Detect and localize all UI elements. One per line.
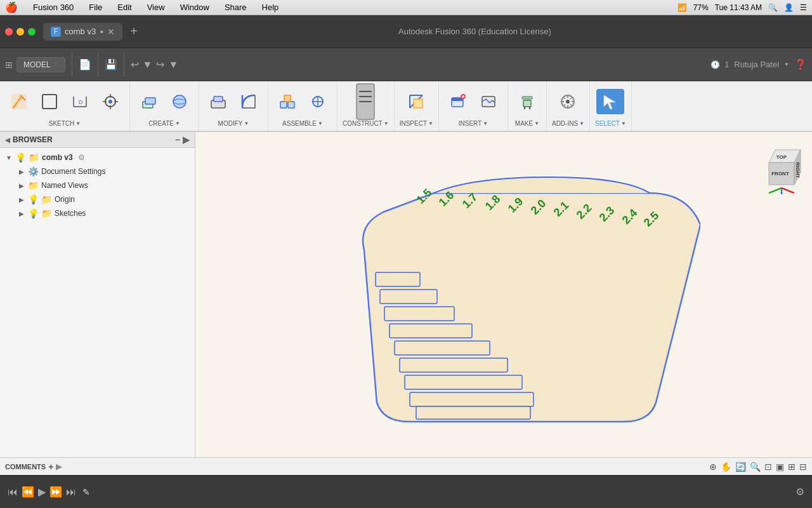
ribbon-group-modify: MODIFY ▼ [199,81,268,131]
addins-button[interactable] [554,89,582,114]
construct-button[interactable] [351,89,379,114]
file-new-icon[interactable]: 📄 [79,58,91,70]
assemble2-button[interactable] [304,89,332,114]
modify-press-button[interactable] [204,89,232,114]
named-views-arrow: ▶ [18,182,25,189]
timeline-last-button[interactable]: ⏭ [66,486,76,498]
undo-icon[interactable]: ↩ [131,58,139,70]
sketch-dimension-button[interactable]: D [66,89,94,114]
insert-decal-button[interactable] [475,89,502,114]
create-extrude-button[interactable] [135,89,163,114]
snap-icon[interactable]: ⊟ [799,462,807,472]
sketch-chevron: ▼ [75,121,81,126]
user-name[interactable]: Rutuja Patel [734,60,779,69]
menu-view[interactable]: View [145,1,167,13]
tree-named-views[interactable]: ▶ 📁 Named Views [0,178,195,192]
pan-icon[interactable]: ✋ [721,462,731,472]
svg-rect-39 [523,100,531,107]
sketch-create-button[interactable] [5,89,33,114]
assemble-button[interactable] [273,89,301,114]
grid-icon[interactable]: ⊞ [5,60,13,70]
grid-display-icon[interactable]: ⊞ [788,462,796,472]
notification-icon[interactable]: ☰ [800,3,807,12]
create-extrude-icon [139,91,159,112]
sketch-project-button[interactable] [96,89,124,114]
select-button[interactable] [596,89,624,114]
redo-dropdown[interactable]: ▼ [168,59,178,70]
minimize-button[interactable] [16,28,24,36]
menu-share[interactable]: Share [222,1,249,13]
apple-menu[interactable]: 🍎 [5,1,18,13]
modify-chevron: ▼ [244,121,249,126]
svg-rect-45 [376,272,420,286]
save-icon[interactable]: 💾 [105,58,117,70]
make-chevron: ▼ [534,121,539,126]
menu-fusion[interactable]: Fusion 360 [30,1,76,13]
comments-collapse-icon[interactable]: ▶ [56,462,62,471]
redo-icon[interactable]: ↪ [156,58,164,70]
sketch-label: SKETCH ▼ [49,120,81,127]
zoom-fit-icon[interactable]: ⊡ [764,462,772,472]
menu-edit[interactable]: Edit [115,1,134,13]
svg-rect-49 [395,341,490,355]
timeline-settings-icon[interactable]: ⚙ [796,486,804,498]
orbit-icon[interactable]: 🔄 [735,462,746,472]
insert-canvas-button[interactable] [444,89,472,114]
help-icon[interactable]: ❓ [794,58,807,70]
create-sphere-button[interactable] [166,89,193,114]
browser-collapse-left[interactable]: ◀ [5,137,10,144]
timeline-prev-button[interactable]: ⏪ [22,486,34,498]
model-canvas: 1.5 1.6 1.7 1.8 1.9 2.0 2.1 2.2 2.3 2.4 … [195,132,812,457]
wifi-status: 📶 [678,3,687,12]
ribbon-group-make: MAKE ▼ [508,81,547,131]
insert-decal-icon [478,91,499,112]
menu-help[interactable]: Help [259,1,282,13]
browser-collapse-right[interactable]: ▶ [183,135,190,145]
close-button[interactable] [5,28,13,36]
modify-label: MODIFY ▼ [218,120,249,127]
timeline-edit-icon[interactable]: ✎ [82,487,90,497]
root-settings-icon[interactable]: ⚙ [78,153,85,162]
modify-fillet-icon [239,91,259,112]
user-profile[interactable]: 🔍 [768,3,778,12]
menu-file[interactable]: File [86,1,105,13]
user-icon[interactable]: 👤 [784,3,794,12]
svg-rect-52 [410,392,534,406]
active-tab[interactable]: F comb v3 ● ✕ [43,23,122,41]
inspect-button[interactable] [402,89,430,114]
menubar-right: 📶 77% Tue 11:43 AM 🔍 👤 ☰ [678,3,807,12]
addins-icons [554,85,582,117]
undo-dropdown[interactable]: ▼ [143,59,153,70]
tab-icon: F [51,27,61,37]
inspect-label: INSPECT ▼ [400,120,433,127]
modify-fillet-button[interactable] [235,89,263,114]
zoom-in-icon[interactable]: 🔍 [750,462,761,472]
addins-label: ADD-INS ▼ [552,120,584,127]
origin-light-icon: 💡 [28,194,39,204]
browser-minus-icon[interactable]: − [175,135,180,145]
tree-sketches[interactable]: ▶ 💡 📁 Sketches [0,206,195,220]
move-icon[interactable]: ⊕ [709,462,717,472]
tree-document-settings[interactable]: ▶ ⚙️ Document Settings [0,164,195,178]
menu-window[interactable]: Window [178,1,212,13]
new-tab-button[interactable]: + [130,24,138,39]
svg-rect-51 [405,375,522,389]
make-button[interactable] [513,89,541,114]
tab-indicator: ● [100,28,103,35]
display-mode-icon[interactable]: ▣ [776,462,784,472]
timeline-play-button[interactable]: ▶ [38,486,46,498]
viewcube[interactable]: TOP FRONT RIGHT Y [756,137,807,188]
maximize-button[interactable] [28,28,36,36]
tree-origin[interactable]: ▶ 💡 📁 Origin [0,192,195,206]
sketches-folder-icon: 📁 [41,208,52,218]
model-dropdown[interactable]: MODEL ▼ [16,57,65,72]
tree-root-item[interactable]: ▼ 💡 📁 comb v3 ⚙ [0,150,195,164]
sketch-stop-button[interactable] [36,89,63,114]
viewport[interactable]: 1.5 1.6 1.7 1.8 1.9 2.0 2.1 2.2 2.3 2.4 … [195,132,812,457]
tab-close-button[interactable]: ✕ [107,27,115,37]
root-arrow-icon: ▼ [5,154,13,161]
browser-header-right: − ▶ [175,135,190,145]
timeline-first-button[interactable]: ⏮ [8,486,18,498]
timeline-next-button[interactable]: ⏩ [49,486,62,498]
comments-add-icon[interactable]: + [48,462,53,472]
